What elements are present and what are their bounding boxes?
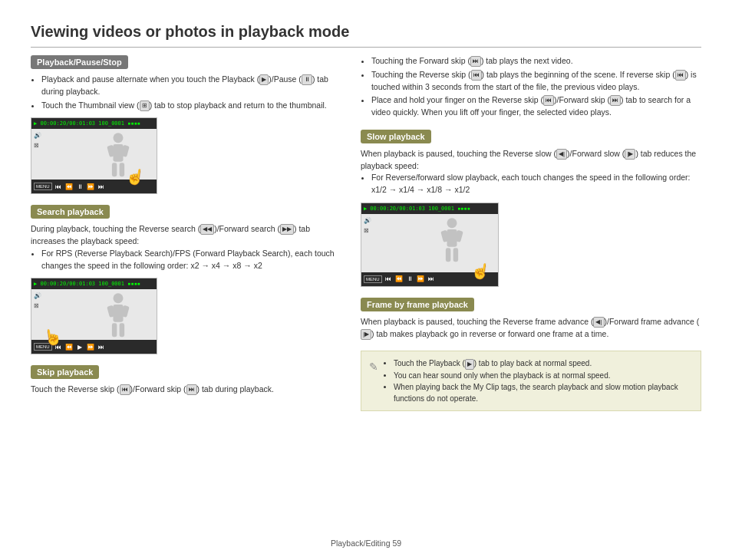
- svg-point-6: [114, 294, 124, 304]
- svg-rect-10: [112, 324, 117, 338]
- skip-details-body: Touching the Forward skip (⏭) tab plays …: [361, 55, 701, 119]
- cam-screenshot-3: ▶ 00:00:20/00:01:03 100_0001 ▪▪▪▪ 🔊 ⊠: [361, 203, 499, 287]
- hand-cursor-1: ☝: [124, 166, 147, 187]
- skip-detail-item3: Place and hold your finger on the Revers…: [371, 94, 701, 119]
- hand-cursor-2: ☝: [41, 326, 64, 348]
- skip-playback-header: Skip playback: [31, 365, 99, 379]
- skip-playback-body: Touch the Reverse skip (⏮)/Forward skip …: [31, 384, 345, 396]
- note-icon: ✎: [369, 359, 378, 404]
- frame-by-frame-body: When playback is paused, touching the Re…: [361, 316, 701, 341]
- right-column: Touching the Forward skip (⏭) tab plays …: [361, 55, 701, 411]
- left-column: Playback/Pause/Stop Playback and pause a…: [31, 55, 345, 411]
- section-slow-playback: Slow playback When playback is paused, t…: [361, 130, 701, 287]
- search-playback-body: During playback, touching the Reverse se…: [31, 223, 345, 272]
- svg-rect-5: [120, 163, 125, 177]
- svg-rect-11: [120, 324, 125, 338]
- page-title: Viewing videos or photos in playback mod…: [31, 23, 701, 48]
- svg-point-0: [114, 133, 124, 143]
- figure-2: [95, 291, 141, 341]
- icon-row-2: 🔊 ⊠: [34, 292, 41, 309]
- search-playback-header: Search playback: [31, 205, 110, 219]
- playback-pause-stop-header: Playback/Pause/Stop: [31, 55, 128, 69]
- playback-pause-stop-body: Playback and pause alternate when you to…: [31, 74, 345, 111]
- playback-pause-stop-item1: Playback and pause alternate when you to…: [41, 74, 345, 98]
- cam-screenshot-2: ▶ 00:00:20/00:01:03 100_0001 ▪▪▪▪ 🔊 ⊠: [31, 278, 157, 354]
- note-item-3: When playing back the My Clip tags, the …: [394, 381, 693, 404]
- skip-detail-item2: Touching the Reverse skip (⏮) tab plays …: [371, 69, 701, 94]
- note-item-2: You can hear sound only when the playbac…: [394, 370, 693, 381]
- svg-point-12: [447, 218, 457, 228]
- frame-by-frame-header: Frame by frame playback: [361, 298, 474, 311]
- section-search-playback: Search playback During playback, touchin…: [31, 205, 345, 354]
- section-playback-pause-stop: Playback/Pause/Stop Playback and pause a…: [31, 55, 345, 194]
- svg-rect-4: [112, 163, 117, 177]
- page: Viewing videos or photos in playback mod…: [0, 0, 732, 560]
- timecode-3: ▶ 00:00:20/00:01:03 100_0001 ▪▪▪▪: [364, 206, 470, 212]
- timecode-1: ▶ 00:00:20/00:01:03 100_0001 ▪▪▪▪: [34, 120, 140, 127]
- note-box: ✎ Touch the Playback (▶) tab to play bac…: [361, 351, 701, 410]
- note-item-1: Touch the Playback (▶) tab to play back …: [394, 357, 693, 369]
- icon-row-3: 🔊 ⊠: [364, 217, 371, 234]
- section-skip-playback: Skip playback Touch the Reverse skip (⏮)…: [31, 365, 345, 396]
- figure-3: [429, 216, 475, 265]
- playback-pause-stop-item2: Touch the Thumbnail view (⊞) tab to stop…: [41, 100, 345, 112]
- section-skip-details: Touching the Forward skip (⏭) tab plays …: [361, 55, 701, 119]
- note-list: Touch the Playback (▶) tab to play back …: [384, 357, 693, 404]
- content-columns: Playback/Pause/Stop Playback and pause a…: [31, 55, 701, 411]
- svg-rect-16: [446, 248, 451, 262]
- search-playback-item1: For RPS (Reverse Playback Search)/FPS (F…: [41, 248, 345, 272]
- skip-detail-item1: Touching the Forward skip (⏭) tab plays …: [371, 55, 701, 68]
- slow-playback-item1: For Reverse/forward slow playback, each …: [371, 172, 701, 196]
- slow-playback-header: Slow playback: [361, 130, 431, 143]
- section-frame-by-frame: Frame by frame playback When playback is…: [361, 298, 701, 341]
- svg-rect-17: [453, 248, 459, 262]
- page-footer: Playback/Editing 59: [0, 539, 732, 548]
- cam-screenshot-1: ▶ 00:00:20/00:01:03 100_0001 ▪▪▪▪ 🔊 ⊠: [31, 117, 157, 194]
- slow-playback-body: When playback is paused, touching the Re…: [361, 148, 701, 196]
- timecode-2: ▶ 00:00:20/00:01:03 100_0001 ▪▪▪▪: [34, 281, 140, 287]
- hand-cursor-3: ☝: [470, 260, 492, 282]
- icon-row-1: 🔊 ⊠: [34, 132, 41, 149]
